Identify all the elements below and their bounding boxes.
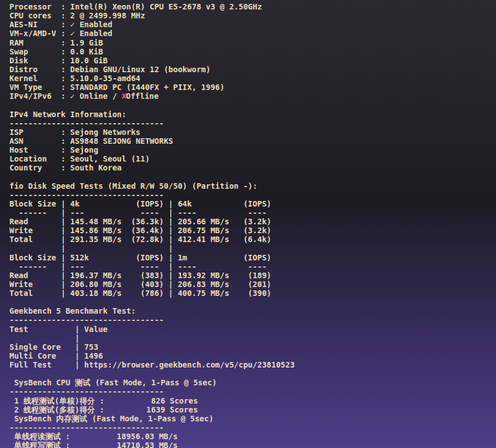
terminal-output: Processor : Intel(R) Xeon(R) CPU E5-2678… [0,0,496,448]
text-segment: Block Size | 4k (IOPS) | 64k (IOPS) [9,199,271,208]
terminal-line: fio Disk Speed Tests (Mixed R/W 50/50) (… [9,182,496,190]
text-segment: --------------------------------- [9,119,164,128]
text-segment: Online / [75,92,122,100]
terminal-line: RAM : 1.9 GiB [9,38,496,47]
terminal-line: Single Core | 753 [9,343,496,351]
text-segment: Read | 196.37 MB/s (383) | 193.92 MB/s (… [9,271,271,280]
section-system-info: Processor : Intel(R) Xeon(R) CPU E5-2678… [9,2,496,110]
text-segment: Read | 145.48 MB/s (36.3k) | 205.66 MB/s… [9,217,271,226]
text-segment: IPv4/IPv6 : [9,92,70,100]
text-segment: CPU cores : 2 @ 2499.998 MHz [9,11,145,20]
text-segment: Kernel : 5.10.0-35-amd64 [9,74,140,83]
text-segment: Distro : Debian GNU/Linux 12 (bookworm) [9,65,210,74]
terminal-line: Total | 403.18 MB/s (786) | 400.75 MB/s … [9,289,496,298]
text-segment: RAM : 1.9 GiB [9,38,103,47]
text-segment: 1 线程测试(单核)得分 : 826 Scores [9,396,198,405]
terminal-line: | | [9,244,496,253]
terminal-line: --------------------------------- [9,387,496,396]
text-segment: --------------------------------- [9,387,164,396]
terminal-line [9,369,496,378]
text-segment: ISP : Sejong Networks [9,128,140,137]
terminal-line: Location : Seoul, Seoul (11) [9,154,496,163]
section-sysbench-tests: SysBench CPU 测试 (Fast Mode, 1-Pass @ 5se… [9,378,496,448]
text-segment: Disk : 10.0 GiB [9,56,108,65]
terminal-line: 1 线程测试(单核)得分 : 826 Scores [9,396,496,405]
terminal-line: IPv4/IPv6 : ✓ Online / ✘Offline [9,92,496,100]
check-icon: ✓ [70,92,75,100]
text-segment: | | [9,244,173,253]
text-segment: Enabled [75,29,112,38]
text-segment: Host : Sejong [9,145,98,154]
check-icon: ✓ [70,20,75,29]
section-geekbench-5-benchmark: Geekbench 5 Benchmark Test:-------------… [9,306,496,378]
text-segment: Block Size | 512k (IOPS) | 1m (IOPS) [9,253,271,262]
text-segment: --------------------------------- [9,315,164,324]
terminal-line: SysBench 内存测试 (Fast Mode, 1-Pass @ 5sec) [9,414,496,423]
terminal-line: Read | 196.37 MB/s (383) | 193.92 MB/s (… [9,271,496,280]
geekbench-result-url[interactable]: https://browser.geekbench.com/v5/cpu/238… [84,360,295,369]
terminal-line: 单线程写测试 : 14710.53 MB/s [9,441,496,448]
terminal-line [9,100,496,109]
text-segment: Total | 403.18 MB/s (786) | 400.75 MB/s … [9,289,271,298]
terminal-line: ASN : AS9848 SEJONG NETWORKS [9,137,496,145]
check-icon: ✓ [70,29,75,38]
terminal-line: CPU cores : 2 @ 2499.998 MHz [9,11,496,20]
terminal-line: 2 线程测试(多核)得分 : 1639 Scores [9,405,496,414]
text-segment: --------------------------------- [9,190,164,199]
text-segment: Full Test | [9,360,84,369]
terminal-line: Disk : 10.0 GiB [9,56,496,65]
section-ipv4-network-information: IPv4 Network Information:---------------… [9,110,496,182]
text-segment: SysBench 内存测试 (Fast Mode, 1-Pass @ 5sec) [9,414,214,423]
text-segment: Geekbench 5 Benchmark Test: [9,306,136,315]
terminal-line: Host : Sejong [9,145,496,154]
terminal-line: Swap : 0.0 KiB [9,47,496,56]
terminal-line: Kernel : 5.10.0-35-amd64 [9,74,496,83]
text-segment: 2 线程测试(多核)得分 : 1639 Scores [9,405,198,414]
text-segment: VM-x/AMD-V : [9,29,70,38]
section-fio-disk-speed-tests: fio Disk Speed Tests (Mixed R/W 50/50) (… [9,182,496,307]
text-segment: Multi Core | 1496 [9,351,103,360]
terminal-line: Geekbench 5 Benchmark Test: [9,306,496,315]
text-segment: fio Disk Speed Tests (Mixed R/W 50/50) (… [9,182,257,190]
text-segment: ASN : AS9848 SEJONG NETWORKS [9,137,173,145]
terminal-line: Test | Value [9,325,496,334]
text-segment: --------------------------------- [9,423,164,432]
terminal-line: Read | 145.48 MB/s (36.3k) | 205.66 MB/s… [9,217,496,226]
text-segment: Processor : Intel(R) Xeon(R) CPU E5-2678… [9,2,262,11]
terminal-line: Distro : Debian GNU/Linux 12 (bookworm) [9,65,496,74]
terminal-line: --------------------------------- [9,423,496,432]
text-segment: Total | 291.35 MB/s (72.8k) | 412.41 MB/… [9,235,271,244]
terminal-line: ISP : Sejong Networks [9,128,496,137]
text-segment: Location : Seoul, Seoul (11) [9,154,150,163]
terminal-line: AES-NI : ✓ Enabled [9,20,496,29]
text-segment: Country : South Korea [9,163,122,172]
terminal-line: 单线程读测试 : 18956.03 MB/s [9,432,496,441]
text-segment: IPv4 Network Information: [9,110,126,119]
terminal-line: Country : South Korea [9,163,496,172]
text-segment: Swap : 0.0 KiB [9,47,103,56]
terminal-line: Block Size | 512k (IOPS) | 1m (IOPS) [9,253,496,262]
terminal-line: Write | 145.86 MB/s (36.4k) | 206.75 MB/… [9,226,496,235]
text-segment: AES-NI : [9,20,70,29]
text-segment: 单线程写测试 : 14710.53 MB/s [9,441,178,448]
terminal-line: Multi Core | 1496 [9,351,496,360]
terminal-line: | [9,334,496,343]
text-segment: ------ | --- ---- | ---- ---- [9,262,271,271]
terminal-line: Full Test | https://browser.geekbench.co… [9,360,496,369]
terminal-line [9,298,496,306]
text-segment: ------ | --- ---- | ---- ---- [9,208,271,217]
terminal-line: SysBench CPU 测试 (Fast Mode, 1-Pass @ 5se… [9,378,496,387]
text-segment: 单线程读测试 : 18956.03 MB/s [9,432,178,441]
terminal-line: Write | 206.80 MB/s (403) | 206.83 MB/s … [9,280,496,289]
text-segment: Write | 145.86 MB/s (36.4k) | 206.75 MB/… [9,226,271,235]
terminal-line: IPv4 Network Information: [9,110,496,119]
text-segment: Single Core | 753 [9,343,98,351]
text-segment: SysBench CPU 测试 (Fast Mode, 1-Pass @ 5se… [9,378,217,387]
terminal-line: --------------------------------- [9,190,496,199]
terminal-line: --------------------------------- [9,315,496,324]
terminal-line: --------------------------------- [9,119,496,128]
terminal-line: ------ | --- ---- | ---- ---- [9,262,496,271]
terminal-line: VM-x/AMD-V : ✓ Enabled [9,29,496,38]
text-segment: Offline [126,92,159,100]
terminal-line: Block Size | 4k (IOPS) | 64k (IOPS) [9,199,496,208]
